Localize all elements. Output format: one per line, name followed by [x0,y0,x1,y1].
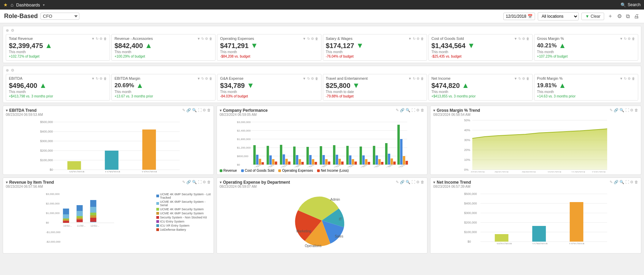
edit-icon-2[interactable]: ✎ [396,108,399,112]
trash-icon[interactable]: 🗑 [207,108,211,112]
settings-button[interactable]: ⚙ [616,12,623,20]
refresh-icon-kpi[interactable]: ↻ [413,37,415,41]
filter-icon-kpi[interactable]: ▼ [408,77,412,80]
location-selector[interactable]: All locations [538,12,579,20]
trash-icon-2[interactable]: 🗑 [421,108,424,112]
settings-icon-kpi[interactable]: ⚙ [417,37,420,41]
clear-button[interactable]: ▼ Clear [581,13,604,20]
refresh-icon-kpi[interactable]: ↻ [413,77,415,80]
refresh-icon-kpi[interactable]: ↻ [624,37,627,41]
home-icon[interactable]: ⌂ [11,2,13,7]
settings-icon-kpi[interactable]: ⚙ [522,77,525,80]
trash-icon-kpi[interactable]: 🗑 [526,37,530,41]
link-icon-2[interactable]: 🔗 [400,108,405,112]
gear-icon-6[interactable]: ⚙ [630,180,633,184]
trash-icon-kpi[interactable]: 🗑 [104,37,107,41]
zoom-icon-3[interactable]: 🔍 [619,108,624,112]
collapse-icon-6[interactable]: ▾ [433,180,435,185]
link-icon[interactable]: 🔗 [186,108,191,112]
filter-icon-kpi[interactable]: ▼ [197,77,200,80]
trash-icon-kpi[interactable]: 🗑 [315,77,318,80]
trash-icon-kpi[interactable]: 🗑 [632,77,635,80]
trash-icon-4[interactable]: 🗑 [207,180,211,184]
refresh-icon-kpi[interactable]: ↻ [201,77,204,80]
settings-icon-kpi[interactable]: ⚙ [205,37,208,41]
cfo-selector[interactable]: CFO CEO Sales Manager [41,13,79,20]
expand-icon[interactable]: ⛶ [198,108,202,112]
gear-icon-2[interactable]: ⚙ [416,108,420,112]
filter-icon-kpi[interactable]: ▼ [91,37,95,41]
link-icon-5[interactable]: 🔗 [400,180,405,184]
trash-icon-5[interactable]: 🗑 [421,180,424,184]
gear-icon[interactable]: ⚙ [203,108,206,112]
trash-icon-kpi[interactable]: 🗑 [526,77,530,80]
link-icon-3[interactable]: 🔗 [614,108,618,112]
date-filter[interactable]: 12/31/2018 📅 [503,13,535,20]
refresh-icon-kpi[interactable]: ↻ [624,77,627,80]
refresh-icon-kpi[interactable]: ↻ [307,37,310,41]
settings-icon-kpi[interactable]: ⚙ [311,37,314,41]
collapse-icon-5[interactable]: ▾ [220,180,222,185]
gear-icon-3[interactable]: ⚙ [630,108,633,112]
edit-icon[interactable]: ✎ [182,108,185,112]
expand-icon-2[interactable]: ⛶ [411,108,415,112]
edit-icon-5[interactable]: ✎ [396,180,399,184]
add-button[interactable]: ＋ [607,12,614,20]
zoom-icon-5[interactable]: 🔍 [406,180,410,184]
settings-icon-kpi[interactable]: ⚙ [417,77,420,80]
expand-icon-4[interactable]: ⛶ [198,180,202,184]
trash-icon-3[interactable]: 🗑 [634,108,638,112]
copy-button[interactable]: ⧉ [625,13,630,20]
link-icon-6[interactable]: 🔗 [614,180,618,184]
refresh-icon-kpi[interactable]: ↻ [96,77,98,80]
filter-icon-kpi[interactable]: ▼ [303,77,306,80]
trash-icon-kpi[interactable]: 🗑 [421,37,424,41]
trash-icon-kpi[interactable]: 🗑 [104,77,107,80]
filter-icon-kpi[interactable]: ▼ [91,77,95,80]
settings-icon-kpi[interactable]: ⚙ [628,77,631,80]
trash-icon-kpi[interactable]: 🗑 [209,37,213,41]
trash-icon-kpi[interactable]: 🗑 [421,77,424,80]
settings-icon-kpi[interactable]: ⚙ [205,77,208,80]
collapse-icon-3[interactable]: ▾ [433,108,435,113]
gear-icon-5[interactable]: ⚙ [416,180,420,184]
settings-icon-kpi[interactable]: ⚙ [99,37,103,41]
collapse-icon[interactable]: ▾ [6,108,8,113]
refresh-icon-kpi[interactable]: ↻ [201,37,204,41]
zoom-icon-6[interactable]: 🔍 [619,180,624,184]
expand-icon-5[interactable]: ⛶ [411,180,415,184]
trash-icon-kpi[interactable]: 🗑 [315,37,318,41]
trash-icon-kpi[interactable]: 🗑 [632,37,635,41]
gear-icon-4[interactable]: ⚙ [203,180,206,184]
refresh-icon-kpi[interactable]: ↻ [518,37,521,41]
search-label[interactable]: Search [628,2,641,7]
trash-icon-kpi[interactable]: 🗑 [209,77,213,80]
settings-icon-kpi[interactable]: ⚙ [99,77,103,80]
settings-icon-kpi[interactable]: ⚙ [628,37,631,41]
link-icon-4[interactable]: 🔗 [186,180,191,184]
filter-icon-kpi[interactable]: ▼ [619,37,623,41]
filter-icon-kpi[interactable]: ▼ [197,37,200,41]
edit-icon-6[interactable]: ✎ [610,180,613,184]
refresh-icon-kpi[interactable]: ↻ [96,37,98,41]
edit-icon-3[interactable]: ✎ [610,108,613,112]
trash-icon-6[interactable]: 🗑 [634,180,638,184]
print-button[interactable]: 🖨 [633,13,640,20]
settings-icon-kpi[interactable]: ⚙ [311,77,314,80]
filter-icon-kpi[interactable]: ▼ [514,37,517,41]
settings-icon-kpi[interactable]: ⚙ [522,37,525,41]
edit-icon-4[interactable]: ✎ [182,180,185,184]
refresh-icon-kpi[interactable]: ↻ [307,77,310,80]
expand-icon-6[interactable]: ⛶ [625,180,629,184]
collapse-icon-4[interactable]: ▾ [6,180,8,185]
refresh-icon-kpi[interactable]: ↻ [518,77,521,80]
collapse-icon-2[interactable]: ▾ [220,108,222,113]
zoom-icon-4[interactable]: 🔍 [192,180,197,184]
filter-icon-kpi[interactable]: ▼ [303,37,306,41]
star-icon[interactable]: ★ [3,2,8,7]
zoom-icon-2[interactable]: 🔍 [406,108,410,112]
expand-icon-3[interactable]: ⛶ [625,108,629,112]
filter-icon-kpi[interactable]: ▼ [619,77,623,80]
dashboards-label[interactable]: Dashboards [16,2,40,7]
filter-icon-kpi[interactable]: ▼ [408,37,412,41]
